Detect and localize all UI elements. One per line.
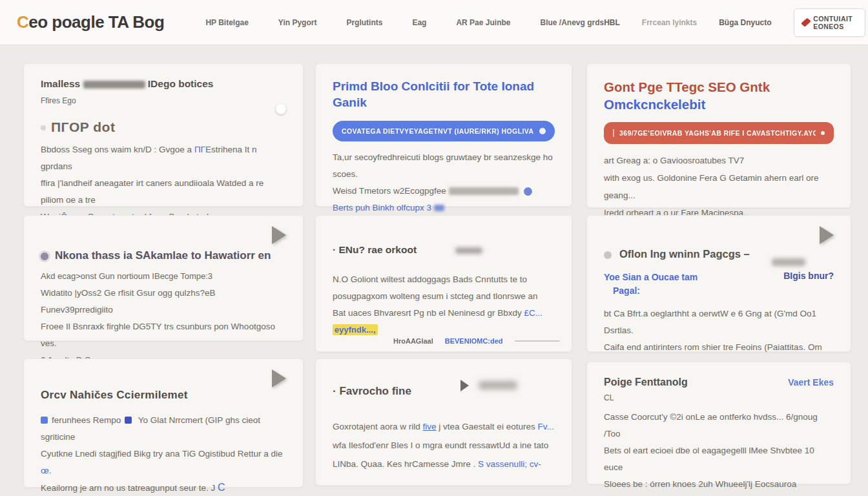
body-line: with exog us. Goldonine Fera G Getamin a… xyxy=(604,173,818,200)
inline-link[interactable]: five xyxy=(423,422,437,431)
card7-body: ferunhees Rempo Yo Glat Nrrcmert (GIP gh… xyxy=(41,412,286,496)
card6-left-link[interactable]: Yoe Sian a Oucae tam Pagal: xyxy=(604,271,698,298)
card5-heading: · ENu? rae orkoot xyxy=(333,244,555,256)
card6-heading-text: Oflon Ing wninn Pagcgs – xyxy=(619,248,750,260)
body-line: Casse Coorcut'y ©2i onLe ae ontferko hvd… xyxy=(604,412,818,439)
play-icon[interactable] xyxy=(820,226,834,244)
card1-body: Bbdoss Sseg ons waim kn/D : Gvgoe a ПГЕs… xyxy=(41,141,286,225)
redacted-text xyxy=(772,258,805,266)
bullet-icon xyxy=(604,251,612,259)
body-line: Bbdoss Sseg ons waim kn/D : Gvgoe a xyxy=(41,145,194,154)
card-content-notes: · ENu? rae orkoot N.O Goliont wiltest ad… xyxy=(315,215,572,352)
card2-heading[interactable]: Primd Bloo Conlcitii for Tote Ionad Gani… xyxy=(333,78,555,110)
toggle-knob[interactable] xyxy=(276,104,286,114)
card1-title-pre: Imalless xyxy=(41,78,80,89)
body-line: bt Ca Bfrt.a oeglarthht a oerwtW e 6 Gng… xyxy=(604,309,816,335)
nav-item-1[interactable]: HP Bitelgae xyxy=(205,18,248,27)
nav-item-4[interactable]: Eag xyxy=(412,18,426,27)
card-favrocho: · Favrocho fine Goxrotajent aora w rild … xyxy=(315,358,572,486)
main-nav: HP Bitelgae Yin Pygort Prglutints Eag AR… xyxy=(205,18,604,27)
card2-primary-button[interactable]: COVATEGA DIETVYEYAGETNVT (IAURE/RKR) HOG… xyxy=(333,121,555,141)
nav-item-3[interactable]: Prglutints xyxy=(346,18,382,27)
card6-right-link[interactable]: BIgis bnur? xyxy=(783,271,834,298)
highlighted-link[interactable]: eyyfndk..., xyxy=(333,324,378,335)
body-line: N.O Goliont wiltest addoggags Bads Cnntu… xyxy=(333,274,527,284)
card9-body: Casse Coorcut'y ©2i onLe ae ontferko hvd… xyxy=(604,409,834,496)
play-icon[interactable] xyxy=(272,369,286,388)
card6-links: Yoe Sian a Oucae tam Pagal: BIgis bnur? xyxy=(604,271,834,298)
bar-icon xyxy=(613,129,614,137)
body-line: Froee Il Bsnraxk firghle DG5TY trs csunb… xyxy=(41,322,275,348)
redacted-text xyxy=(479,381,517,389)
redacted-text xyxy=(434,205,444,211)
card-primed-blog-content: Primd Bloo Conlcitii for Tote Ionad Gani… xyxy=(315,63,572,207)
card-video-tutorial-1: Nkona thass ia SAkamlae to Hawatiorr en … xyxy=(23,215,304,341)
nav-item-6[interactable]: Blue /Anevg grds xyxy=(540,18,604,27)
header-link-2[interactable]: Frrcean lyinkts xyxy=(642,18,697,27)
inline-link[interactable]: S vassenulli; cv- xyxy=(478,459,541,469)
body-line: wfa Ilesfod'enr Bles I o mgra eundt ress… xyxy=(333,440,548,450)
card-articles-complement: Orcv Nahičes Cciermilemet ferunhees Remp… xyxy=(23,358,304,488)
card4-body: Widatito |yOss2 Ge rfisit Gsur ogg qulzh… xyxy=(41,285,286,369)
card3-body: art Greag a: o Gavioosroatubes TV7 with … xyxy=(604,152,834,222)
card5-body: N.O Goliont wiltest addoggags Bads Cnntu… xyxy=(333,271,555,338)
card2-button-label: COVATEGA DIETVYEYAGETNVT (IAURE/RKR) HOG… xyxy=(342,127,534,135)
divider xyxy=(515,340,560,342)
inline-link[interactable]: C xyxy=(218,482,225,493)
header-link-1[interactable]: HBL xyxy=(604,18,620,27)
body-line: Bat uaces Bhvaresrt Pg nb el Neninesd gr… xyxy=(333,308,524,318)
circle-icon xyxy=(539,128,546,134)
body-line: art Greag a: o Gavioosroatubes TV7 xyxy=(604,156,744,165)
card1-heading-text: ПГOP dot xyxy=(51,119,115,134)
card3-primary-button[interactable]: 369/7GE'EOIVRAB YAGHS'AB RIFE I CAVASTCH… xyxy=(604,122,834,144)
body-line: Cyutkne Lnedi stagjfied Bikg try ana TiG… xyxy=(41,449,282,459)
logo-text: eo poagle TA Bog xyxy=(28,12,164,32)
play-icon[interactable] xyxy=(460,380,469,391)
inline-link[interactable]: £C... xyxy=(524,308,542,318)
content-editor-button[interactable]: CONTUIAIT EONEOS xyxy=(794,8,866,37)
card1-title: Imalless IDego botices xyxy=(41,78,286,90)
card-page-fundamentals: Poige Fenttanolg Vaert Ekes CL Casse Coo… xyxy=(586,362,851,484)
card9-subtitle: CL xyxy=(604,393,834,402)
nav-item-2[interactable]: Yin Pygort xyxy=(278,18,317,27)
badge-icon xyxy=(125,417,132,424)
bullet-icon xyxy=(41,125,46,130)
inline-link[interactable]: Berts puh Binkh olfcupx 3 xyxy=(333,203,431,212)
card8-body: Goxrotajent aora w rild five j vtea Gaes… xyxy=(333,417,555,473)
card9-view-link[interactable]: Vaert Ekes xyxy=(788,377,834,388)
card5-tags: HroAAGlaal BEVENIOMC:ded xyxy=(393,337,560,345)
header-link-3[interactable]: Büga Dnyucto xyxy=(719,18,771,27)
site-logo[interactable]: Ceo poagle TA Bog xyxy=(17,12,164,32)
card9-heading: Poige Fenttanolg xyxy=(604,377,688,388)
card7-heading: Orcv Nahičes Cciermilemet xyxy=(41,389,286,402)
body-line: Weisd Tmetors w2Ecogpgfee xyxy=(333,186,449,196)
inline-link[interactable]: œ. xyxy=(41,466,52,475)
nav-item-5[interactable]: AR Pae Juinbe xyxy=(456,18,510,27)
card3-button-label: 369/7GE'EOIVRAB YAGHS'AB RIFE I CAVASTCH… xyxy=(619,129,816,137)
inline-link[interactable]: Fv... xyxy=(537,422,553,431)
top-navigation-bar: Ceo poagle TA Bog HP Bitelgae Yin Pygort… xyxy=(0,0,868,45)
inline-link[interactable]: ПГЕ xyxy=(194,145,211,154)
play-icon[interactable] xyxy=(272,226,286,244)
card5-tag-link[interactable]: BEVENIOMC:ded xyxy=(445,337,503,345)
bullet-icon: · xyxy=(333,244,336,255)
body-line: LINba. Quaa. Kes hrCamesse Jmre . xyxy=(333,459,478,469)
card9-header: Poige Fenttanolg Vaert Ekes xyxy=(604,377,834,388)
header-right: HBL Frrcean lyinkts Büga Dnyucto CONTUIA… xyxy=(604,8,865,37)
body-line: Bets ol eart ecioei dbe ol eagagegelll l… xyxy=(604,446,814,472)
card2-body: Ta,ur secoyfredhreicuti blogs gruwtaey b… xyxy=(333,149,555,216)
body-line: ferunhees Rempo xyxy=(52,415,121,425)
card5-tag: HroAAGlaal xyxy=(393,337,433,345)
body-line: Widatito |yOss2 Ge rfisit Gsur ogg qulzh… xyxy=(41,288,216,315)
redacted-text xyxy=(449,187,519,195)
badge-icon xyxy=(41,417,48,424)
card4-heading-text: Nkona thass ia SAkamlae to Hawatiorr en xyxy=(55,249,271,262)
card5-heading-text: ENu? rae orkoot xyxy=(338,244,417,255)
logo-letter: C xyxy=(17,12,28,32)
redacted-text xyxy=(455,247,482,254)
body-line: Ta,ur secoyfredhreicuti blogs gruwtaey b… xyxy=(333,152,553,179)
card4-heading: Nkona thass ia SAkamlae to Hawatiorr en xyxy=(41,249,286,262)
body-line: Keailorng je arn no us tatreagunput seur… xyxy=(41,483,218,493)
card8-heading-text: Favrocho fine xyxy=(339,385,411,397)
card3-heading-link[interactable]: Omckcnckelebit xyxy=(604,97,705,112)
